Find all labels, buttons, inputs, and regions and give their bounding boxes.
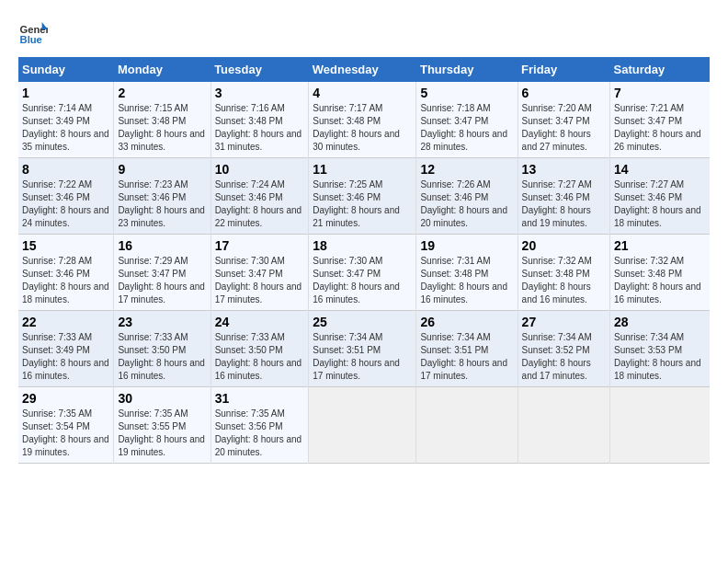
calendar-cell: 21Sunrise: 7:32 AMSunset: 3:48 PMDayligh… bbox=[610, 235, 710, 311]
calendar-cell: 28Sunrise: 7:34 AMSunset: 3:53 PMDayligh… bbox=[610, 311, 710, 387]
day-number: 22 bbox=[22, 315, 109, 329]
day-number: 11 bbox=[313, 162, 412, 177]
calendar-week-row: 29Sunrise: 7:35 AMSunset: 3:54 PMDayligh… bbox=[18, 387, 710, 464]
day-info: Sunrise: 7:35 AMSunset: 3:54 PMDaylight:… bbox=[22, 408, 109, 459]
day-number: 2 bbox=[118, 86, 206, 100]
logo: General Blue bbox=[18, 18, 48, 48]
calendar-cell bbox=[610, 387, 710, 464]
day-info: Sunrise: 7:25 AMSunset: 3:46 PMDaylight:… bbox=[313, 178, 412, 230]
day-info: Sunrise: 7:32 AMSunset: 3:48 PMDaylight:… bbox=[614, 255, 706, 306]
day-number: 15 bbox=[22, 238, 109, 253]
header-monday: Monday bbox=[114, 57, 210, 82]
calendar-cell: 19Sunrise: 7:31 AMSunset: 3:48 PMDayligh… bbox=[416, 235, 518, 311]
day-number: 17 bbox=[215, 238, 305, 253]
day-info: Sunrise: 7:30 AMSunset: 3:47 PMDaylight:… bbox=[313, 255, 412, 306]
calendar-cell: 18Sunrise: 7:30 AMSunset: 3:47 PMDayligh… bbox=[309, 235, 416, 311]
calendar-cell: 14Sunrise: 7:27 AMSunset: 3:46 PMDayligh… bbox=[610, 158, 710, 235]
day-number: 3 bbox=[215, 86, 305, 100]
calendar-cell: 24Sunrise: 7:33 AMSunset: 3:50 PMDayligh… bbox=[210, 311, 309, 387]
calendar-cell: 2Sunrise: 7:15 AMSunset: 3:48 PMDaylight… bbox=[114, 82, 210, 158]
day-number: 14 bbox=[614, 162, 706, 177]
calendar-header-row: SundayMondayTuesdayWednesdayThursdayFrid… bbox=[18, 57, 710, 82]
day-number: 18 bbox=[313, 238, 412, 253]
day-info: Sunrise: 7:22 AMSunset: 3:46 PMDaylight:… bbox=[22, 178, 109, 230]
header-sunday: Sunday bbox=[18, 57, 114, 82]
day-info: Sunrise: 7:15 AMSunset: 3:48 PMDaylight:… bbox=[118, 102, 206, 154]
day-info: Sunrise: 7:18 AMSunset: 3:47 PMDaylight:… bbox=[420, 102, 513, 154]
calendar-cell: 22Sunrise: 7:33 AMSunset: 3:49 PMDayligh… bbox=[18, 311, 114, 387]
calendar-cell: 27Sunrise: 7:34 AMSunset: 3:52 PMDayligh… bbox=[518, 311, 609, 387]
header-thursday: Thursday bbox=[416, 57, 518, 82]
calendar-cell bbox=[518, 387, 609, 464]
day-number: 30 bbox=[118, 391, 206, 406]
day-info: Sunrise: 7:24 AMSunset: 3:46 PMDaylight:… bbox=[215, 178, 305, 230]
day-number: 24 bbox=[215, 315, 305, 329]
calendar-cell: 26Sunrise: 7:34 AMSunset: 3:51 PMDayligh… bbox=[416, 311, 518, 387]
day-number: 10 bbox=[215, 162, 305, 177]
day-info: Sunrise: 7:34 AMSunset: 3:51 PMDaylight:… bbox=[313, 331, 412, 383]
calendar-cell bbox=[309, 387, 416, 464]
day-number: 4 bbox=[313, 86, 412, 100]
day-info: Sunrise: 7:20 AMSunset: 3:47 PMDaylight:… bbox=[522, 102, 606, 154]
day-info: Sunrise: 7:30 AMSunset: 3:47 PMDaylight:… bbox=[215, 255, 305, 306]
calendar-cell: 11Sunrise: 7:25 AMSunset: 3:46 PMDayligh… bbox=[309, 158, 416, 235]
header-wednesday: Wednesday bbox=[309, 57, 416, 82]
day-number: 16 bbox=[118, 238, 206, 253]
day-number: 1 bbox=[22, 86, 109, 100]
calendar-week-row: 8Sunrise: 7:22 AMSunset: 3:46 PMDaylight… bbox=[18, 158, 710, 235]
day-number: 5 bbox=[420, 86, 513, 100]
day-info: Sunrise: 7:14 AMSunset: 3:49 PMDaylight:… bbox=[22, 102, 109, 154]
day-number: 13 bbox=[522, 162, 606, 177]
day-info: Sunrise: 7:16 AMSunset: 3:48 PMDaylight:… bbox=[215, 102, 305, 154]
header-saturday: Saturday bbox=[610, 57, 710, 82]
calendar-cell: 23Sunrise: 7:33 AMSunset: 3:50 PMDayligh… bbox=[114, 311, 210, 387]
day-number: 12 bbox=[420, 162, 513, 177]
page-header: General Blue bbox=[18, 18, 710, 48]
day-info: Sunrise: 7:35 AMSunset: 3:55 PMDaylight:… bbox=[118, 408, 206, 459]
calendar-cell: 30Sunrise: 7:35 AMSunset: 3:55 PMDayligh… bbox=[114, 387, 210, 464]
calendar-cell: 4Sunrise: 7:17 AMSunset: 3:48 PMDaylight… bbox=[309, 82, 416, 158]
day-number: 7 bbox=[614, 86, 706, 100]
calendar-week-row: 22Sunrise: 7:33 AMSunset: 3:49 PMDayligh… bbox=[18, 311, 710, 387]
day-info: Sunrise: 7:32 AMSunset: 3:48 PMDaylight:… bbox=[522, 255, 606, 306]
day-info: Sunrise: 7:28 AMSunset: 3:46 PMDaylight:… bbox=[22, 255, 109, 306]
day-info: Sunrise: 7:35 AMSunset: 3:56 PMDaylight:… bbox=[215, 408, 305, 459]
day-number: 28 bbox=[614, 315, 706, 329]
day-info: Sunrise: 7:34 AMSunset: 3:52 PMDaylight:… bbox=[522, 331, 606, 383]
day-number: 6 bbox=[522, 86, 606, 100]
day-number: 21 bbox=[614, 238, 706, 253]
day-info: Sunrise: 7:17 AMSunset: 3:48 PMDaylight:… bbox=[313, 102, 412, 154]
header-friday: Friday bbox=[518, 57, 609, 82]
calendar-cell: 9Sunrise: 7:23 AMSunset: 3:46 PMDaylight… bbox=[114, 158, 210, 235]
calendar-cell: 6Sunrise: 7:20 AMSunset: 3:47 PMDaylight… bbox=[518, 82, 609, 158]
calendar-cell: 8Sunrise: 7:22 AMSunset: 3:46 PMDaylight… bbox=[18, 158, 114, 235]
calendar-cell: 29Sunrise: 7:35 AMSunset: 3:54 PMDayligh… bbox=[18, 387, 114, 464]
svg-text:Blue: Blue bbox=[20, 34, 42, 45]
day-info: Sunrise: 7:29 AMSunset: 3:47 PMDaylight:… bbox=[118, 255, 206, 306]
calendar-table: SundayMondayTuesdayWednesdayThursdayFrid… bbox=[18, 57, 710, 464]
day-info: Sunrise: 7:27 AMSunset: 3:46 PMDaylight:… bbox=[614, 178, 706, 230]
header-tuesday: Tuesday bbox=[210, 57, 309, 82]
day-number: 31 bbox=[215, 391, 305, 406]
calendar-cell: 16Sunrise: 7:29 AMSunset: 3:47 PMDayligh… bbox=[114, 235, 210, 311]
calendar-cell: 7Sunrise: 7:21 AMSunset: 3:47 PMDaylight… bbox=[610, 82, 710, 158]
logo-icon: General Blue bbox=[18, 18, 48, 48]
calendar-cell: 1Sunrise: 7:14 AMSunset: 3:49 PMDaylight… bbox=[18, 82, 114, 158]
calendar-cell: 3Sunrise: 7:16 AMSunset: 3:48 PMDaylight… bbox=[210, 82, 309, 158]
calendar-cell: 25Sunrise: 7:34 AMSunset: 3:51 PMDayligh… bbox=[309, 311, 416, 387]
day-number: 9 bbox=[118, 162, 206, 177]
calendar-cell: 20Sunrise: 7:32 AMSunset: 3:48 PMDayligh… bbox=[518, 235, 609, 311]
day-info: Sunrise: 7:31 AMSunset: 3:48 PMDaylight:… bbox=[420, 255, 513, 306]
day-number: 29 bbox=[22, 391, 109, 406]
calendar-cell: 17Sunrise: 7:30 AMSunset: 3:47 PMDayligh… bbox=[210, 235, 309, 311]
calendar-cell: 12Sunrise: 7:26 AMSunset: 3:46 PMDayligh… bbox=[416, 158, 518, 235]
calendar-cell: 31Sunrise: 7:35 AMSunset: 3:56 PMDayligh… bbox=[210, 387, 309, 464]
calendar-week-row: 1Sunrise: 7:14 AMSunset: 3:49 PMDaylight… bbox=[18, 82, 710, 158]
day-info: Sunrise: 7:23 AMSunset: 3:46 PMDaylight:… bbox=[118, 178, 206, 230]
calendar-week-row: 15Sunrise: 7:28 AMSunset: 3:46 PMDayligh… bbox=[18, 235, 710, 311]
day-info: Sunrise: 7:27 AMSunset: 3:46 PMDaylight:… bbox=[522, 178, 606, 230]
day-number: 20 bbox=[522, 238, 606, 253]
calendar-cell bbox=[416, 387, 518, 464]
day-info: Sunrise: 7:26 AMSunset: 3:46 PMDaylight:… bbox=[420, 178, 513, 230]
day-number: 23 bbox=[118, 315, 206, 329]
